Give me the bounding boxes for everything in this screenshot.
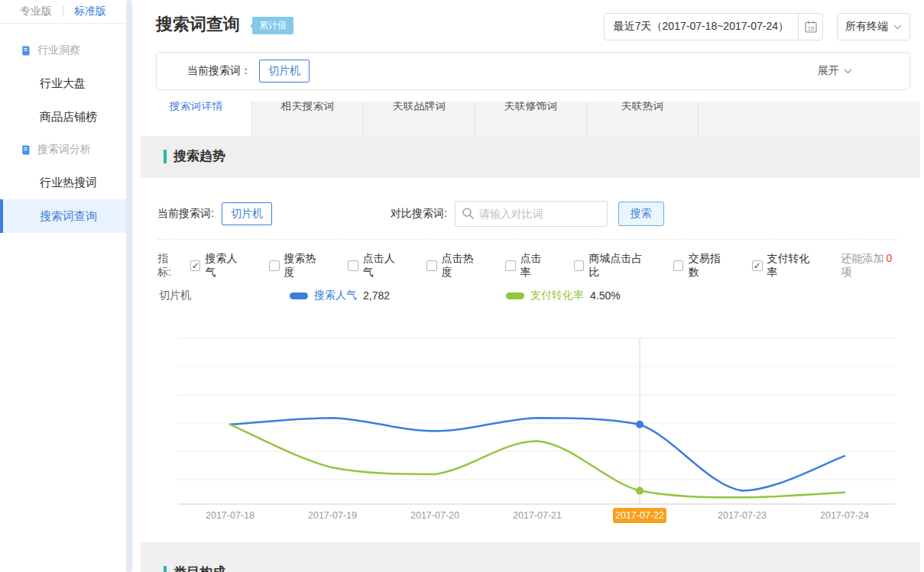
sidebar-item-label: 搜索词查询 [40,209,97,224]
legend-swatch-icon [290,292,308,299]
remaining-count: 0 [884,252,895,264]
tab-4[interactable]: 关联热词 [587,102,699,136]
remaining-addable: 还能添加0项 [841,252,903,280]
tab-label: 相关搜索词 [252,102,363,114]
tab-1[interactable]: 相关搜索词 [252,102,364,136]
metric-label: 支付转化率 [767,252,819,280]
tab-label: 搜索词详情 [141,102,251,114]
edition-tab-pro[interactable]: 专业版 [20,5,52,18]
metric-checkbox-6[interactable]: 交易指数 [673,252,729,280]
legend-keyword: 切片机 [159,289,290,302]
metric-checkbox-1[interactable]: 搜索热度 [269,252,325,280]
chevron-down-icon [844,69,852,74]
legend-series-name: 支付转化率 [530,289,584,302]
checkbox-icon[interactable] [190,260,200,271]
sidebar-item-label: 商品店铺榜 [40,110,97,124]
metrics-label: 指标: [157,252,181,280]
legend-series-value: 4.50% [590,289,621,302]
tab-2[interactable]: 关联品牌词 [364,102,475,136]
checkbox-icon[interactable] [574,260,585,271]
current-word-button[interactable]: 切片机 [259,60,310,82]
section-accent-bar [164,150,167,163]
metric-checkbox-0[interactable]: 搜索人气 [190,252,246,280]
trend-chart-svg[interactable]: 2017-07-182017-07-192017-07-202017-07-21… [164,331,920,527]
legend-entry-1: 支付转化率4.50% [506,289,621,302]
sidebar: 专业版 标准版 行业洞察行业大盘商品店铺榜搜索词分析行业热搜词搜索词查询 [0,0,126,572]
metric-label: 点击率 [520,252,551,280]
page: 专业版 标准版 行业洞察行业大盘商品店铺榜搜索词分析行业热搜词搜索词查询 搜索词… [0,0,924,572]
metric-label: 搜索热度 [284,252,326,280]
metric-checkbox-4[interactable]: 点击率 [505,252,551,280]
trend-current-word-button[interactable]: 切片机 [222,202,272,225]
calendar-icon[interactable]: 15 [798,14,822,40]
tab-0[interactable]: 搜索词详情 [141,102,252,136]
sidebar-menu: 行业洞察行业大盘商品店铺榜搜索词分析行业热搜词搜索词查询 [0,24,126,233]
x-label-highlighted: 2017-07-22 [615,510,664,521]
chevron-down-icon [893,24,902,30]
tab-label: 关联热词 [587,102,698,114]
sidebar-category-label: 搜索词分析 [37,143,91,157]
x-label: 2017-07-18 [206,510,255,521]
report-book-icon [20,45,31,57]
tab-label: 关联品牌词 [364,102,475,114]
trend-chart[interactable]: 2017-07-182017-07-192017-07-202017-07-21… [164,331,920,527]
search-button[interactable]: 搜索 [618,202,664,226]
sidebar-category-0[interactable]: 行业洞察 [0,34,126,66]
metrics-row: 指标: 搜索人气搜索热度点击人气点击热度点击率商城点击占比交易指数支付转化率 还… [141,252,920,280]
metric-label: 商城点击占比 [588,252,650,280]
sidebar-category-3[interactable]: 搜索词分析 [0,134,126,166]
checkbox-icon[interactable] [426,260,436,271]
sidebar-scrollbar[interactable] [126,0,132,572]
metric-checkbox-3[interactable]: 点击热度 [426,252,482,280]
metric-checkbox-2[interactable]: 点击人气 [348,252,404,280]
sidebar-item-1[interactable]: 行业大盘 [0,66,126,100]
cumulative-badge: 累计值 [252,17,293,34]
main-area: 搜索词查询 累计值 最近7天（2017-07-18~2017-07-24） 15 [132,0,914,572]
sidebar-item-4[interactable]: 行业热搜词 [0,166,126,199]
report-book-icon [20,144,31,156]
tab-filler [699,102,920,136]
tab-label: 关联修饰词 [475,102,586,114]
sidebar-item-label: 行业热搜词 [40,176,97,190]
x-label: 2017-07-23 [718,510,767,521]
checkbox-icon[interactable] [505,260,515,271]
sidebar-edition-tabs: 专业版 标准版 [0,0,126,24]
metric-label: 点击人气 [363,252,404,280]
search-icon [462,207,475,220]
svg-text:15: 15 [807,25,813,32]
sidebar-category-label: 行业洞察 [37,44,80,57]
page-header: 搜索词查询 累计值 最近7天（2017-07-18~2017-07-24） 15 [141,0,920,102]
metric-checkbox-5[interactable]: 商城点击占比 [574,252,650,280]
sidebar-item-label: 行业大盘 [40,76,86,91]
expand-link[interactable]: 展开 [818,64,852,78]
section-accent-bar [164,566,167,572]
x-label: 2017-07-19 [308,510,357,521]
compare-word-label: 对比搜索词: [391,207,447,221]
current-word-label: 当前搜索词： [187,64,251,78]
trend-section-title: 搜索趋势 [173,147,225,165]
checkbox-icon[interactable] [752,260,763,271]
date-range-text[interactable]: 最近7天（2017-07-18~2017-07-24） [605,14,798,40]
sidebar-item-5[interactable]: 搜索词查询 [0,199,126,233]
tab-3[interactable]: 关联修饰词 [475,102,587,136]
checkbox-icon[interactable] [348,260,358,271]
x-label: 2017-07-20 [410,510,459,521]
date-range-picker[interactable]: 最近7天（2017-07-18~2017-07-24） 15 [604,13,823,40]
trend-section-strip: 搜索趋势 [141,136,920,178]
legend-swatch-icon [506,292,524,299]
divider [157,239,897,240]
compare-word-input[interactable] [455,201,608,227]
checkbox-icon[interactable] [673,260,683,271]
x-label: 2017-07-24 [820,510,869,521]
terminal-select[interactable]: 所有终端 [837,13,910,40]
edition-tab-standard[interactable]: 标准版 [74,5,106,18]
section-gap [141,542,920,554]
metric-checkbox-7[interactable]: 支付转化率 [752,252,819,280]
trend-controls: 当前搜索词: 切片机 对比搜索词: 搜索 [141,201,920,227]
metric-label: 点击热度 [442,252,483,280]
page-title: 搜索词查询 [156,13,240,36]
category-section-title: 类目构成 [173,564,225,572]
sidebar-item-2[interactable]: 商品店铺榜 [0,100,126,134]
trend-current-word-label: 当前搜索词: [157,207,214,221]
checkbox-icon[interactable] [269,260,279,271]
